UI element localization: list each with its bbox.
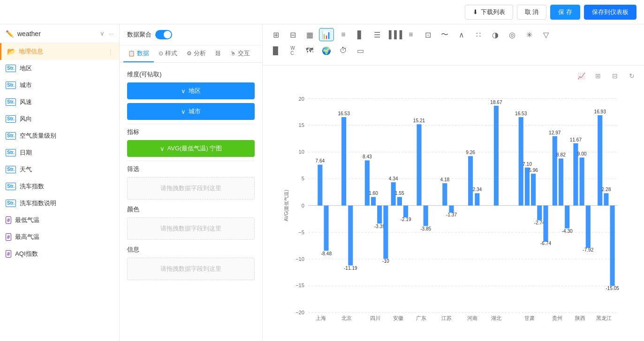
chart-type-map2[interactable]: 🌍 bbox=[319, 44, 334, 57]
bar[interactable] bbox=[586, 206, 591, 248]
color-drop-zone: 请拖拽数据字段到这里 bbox=[127, 217, 255, 240]
bar[interactable] bbox=[580, 157, 584, 206]
svg-text:2.34: 2.34 bbox=[472, 187, 482, 192]
chart-type-bar2[interactable]: ▋ bbox=[353, 28, 368, 41]
sidebar-item-xichezhi[interactable]: Str. 洗车指数 ⋮ bbox=[0, 178, 119, 195]
bar[interactable] bbox=[383, 206, 388, 259]
cancel-button[interactable]: 取 消 bbox=[517, 5, 547, 20]
chart-table-icon[interactable]: ⊟ bbox=[608, 69, 621, 82]
more-icon[interactable]: ··· bbox=[108, 30, 114, 37]
svg-text:7.64: 7.64 bbox=[315, 158, 325, 163]
bar[interactable] bbox=[531, 174, 536, 206]
chart-type-bar3[interactable]: ▉ bbox=[268, 44, 283, 57]
sidebar-item-chengshi[interactable]: Str. 城市 ⋮ bbox=[0, 77, 119, 94]
edit-icon: ✏️ bbox=[6, 30, 14, 37]
save-dashboard-button[interactable]: 保存到仪表板 bbox=[584, 5, 636, 20]
svg-text:16.53: 16.53 bbox=[515, 111, 527, 116]
chart-type-map1[interactable]: 🗺 bbox=[302, 44, 317, 57]
bar[interactable] bbox=[553, 136, 557, 206]
chevron-down-icon[interactable]: ∨ bbox=[100, 30, 105, 37]
chart-type-bar[interactable]: 📊 bbox=[319, 28, 334, 41]
panel-tabs: 📋 数据 ⊙ 样式 ⚙ 分析 ⛓ 🖱 交互 bbox=[120, 45, 262, 63]
save-button[interactable]: 保 存 bbox=[550, 5, 580, 20]
bar[interactable] bbox=[565, 206, 569, 229]
bar[interactable] bbox=[318, 165, 322, 206]
chart-type-funnel[interactable]: ▽ bbox=[538, 28, 553, 41]
bar[interactable] bbox=[417, 124, 421, 206]
type-badge-str: Str. bbox=[6, 115, 16, 123]
chart-type-cross[interactable]: ⊟ bbox=[285, 28, 300, 41]
chart-type-wordcloud[interactable]: WC bbox=[285, 44, 300, 57]
sidebar-item-zuidi[interactable]: # 最低气温 ⋮ bbox=[0, 212, 119, 229]
sidebar-item-fengxiang[interactable]: Str. 风向 ⋮ bbox=[0, 111, 119, 127]
bar[interactable] bbox=[397, 197, 402, 206]
chart-grid-icon[interactable]: ⊞ bbox=[591, 69, 605, 82]
tab-style[interactable]: ⊙ 样式 bbox=[154, 45, 182, 62]
bar[interactable] bbox=[525, 168, 530, 206]
bar[interactable] bbox=[341, 117, 346, 206]
type-badge-hash: # bbox=[6, 216, 11, 224]
sidebar-item-diqu[interactable]: Str. 地区 ⋮ bbox=[0, 60, 119, 77]
chart-type-area[interactable]: ∧ bbox=[454, 28, 469, 41]
tab-analysis[interactable]: ⚙ 分析 bbox=[182, 45, 211, 62]
bar[interactable] bbox=[475, 193, 479, 205]
sidebar-item-fengsu[interactable]: Str. 风速 ⋮ bbox=[0, 94, 119, 111]
bar[interactable] bbox=[604, 193, 608, 205]
bar[interactable] bbox=[543, 206, 548, 242]
svg-text:-1.37: -1.37 bbox=[446, 212, 457, 217]
bar[interactable] bbox=[371, 197, 376, 206]
chart-type-scatter[interactable]: ∷ bbox=[471, 28, 486, 41]
sidebar-item-aqi[interactable]: # AQI指数 ⋮ bbox=[0, 245, 119, 262]
bar[interactable] bbox=[449, 206, 454, 213]
chart-type-gauge[interactable]: ◎ bbox=[505, 28, 520, 41]
chart-type-filter[interactable]: ≡ bbox=[336, 28, 351, 41]
chart-type-num[interactable]: ▦ bbox=[302, 28, 317, 41]
bar[interactable] bbox=[324, 206, 328, 251]
bar[interactable] bbox=[365, 160, 370, 205]
chart-refresh-icon[interactable]: ↻ bbox=[625, 69, 638, 82]
bar[interactable] bbox=[442, 183, 447, 206]
dim-btn-chengshi[interactable]: ∨ 城市 bbox=[127, 103, 255, 120]
chart-type-radar[interactable]: ✳ bbox=[522, 28, 537, 41]
svg-text:4.18: 4.18 bbox=[440, 177, 449, 182]
tab-link[interactable]: ⛓ bbox=[211, 45, 226, 62]
chart-type-combo[interactable]: ⊡ bbox=[420, 28, 435, 41]
chart-type-table[interactable]: ⊞ bbox=[268, 28, 283, 41]
aggregation-toggle[interactable] bbox=[155, 30, 172, 39]
sidebar-item-riqi[interactable]: Str. 日期 ⋮ bbox=[0, 144, 119, 161]
svg-text:1.60: 1.60 bbox=[369, 191, 378, 196]
bar[interactable] bbox=[377, 206, 382, 224]
sidebar-item-tianqi[interactable]: Str. 天气 ⋮ bbox=[0, 161, 119, 178]
color-label: 颜色 bbox=[127, 205, 255, 214]
chart-type-line[interactable]: 〜 bbox=[437, 28, 452, 41]
chart-type-multi-bar[interactable]: ▐▐▐ bbox=[386, 28, 402, 41]
sidebar-item-xichezhi-desc[interactable]: Str. 洗车指数说明 ⋮ bbox=[0, 195, 119, 212]
download-button[interactable]: ⬇ 下载列表 bbox=[465, 5, 513, 20]
svg-text:-11.19: -11.19 bbox=[344, 266, 357, 271]
chart-type-speedometer[interactable]: ⏱ bbox=[336, 44, 351, 57]
section-more-icon[interactable]: ⋮ bbox=[107, 48, 114, 55]
bar[interactable] bbox=[424, 206, 428, 226]
tab-data[interactable]: 📋 数据 bbox=[123, 45, 154, 62]
chart-type-list[interactable]: ≡ bbox=[403, 28, 418, 41]
sidebar-item-kongqi[interactable]: Str. 空气质量级别 ⋮ bbox=[0, 127, 119, 144]
bar[interactable] bbox=[494, 106, 499, 206]
svg-text:20: 20 bbox=[298, 96, 304, 102]
metric-label: 指标 bbox=[127, 128, 255, 136]
bar[interactable] bbox=[559, 158, 563, 205]
bar[interactable] bbox=[537, 206, 542, 220]
chart-type-pie[interactable]: ◑ bbox=[488, 28, 503, 41]
metric-btn[interactable]: ∨ AVG(最低气温) 宁图 bbox=[127, 140, 255, 157]
svg-text:AVG(最低气温): AVG(最低气温) bbox=[284, 190, 289, 221]
sidebar-item-zuigao[interactable]: # 最高气温 ⋮ bbox=[0, 229, 119, 245]
bar[interactable] bbox=[403, 206, 408, 217]
dim-btn-diqu[interactable]: ∨ 地区 bbox=[127, 82, 255, 99]
chart-type-card[interactable]: ▭ bbox=[353, 44, 368, 57]
svg-text:9.26: 9.26 bbox=[466, 150, 475, 155]
chart-type-align[interactable]: ☰ bbox=[370, 28, 385, 41]
chart-line-icon[interactable]: 📈 bbox=[575, 69, 588, 82]
bar[interactable] bbox=[468, 156, 473, 206]
bar[interactable] bbox=[610, 206, 615, 286]
tab-interact[interactable]: 🖱 交互 bbox=[226, 45, 255, 62]
bar[interactable] bbox=[348, 206, 353, 266]
